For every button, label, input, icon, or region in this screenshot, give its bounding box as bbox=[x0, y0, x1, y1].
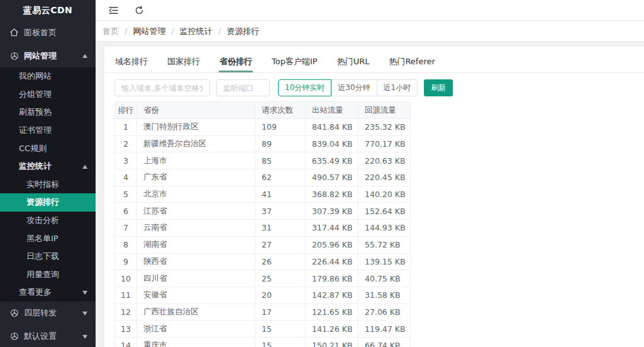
sidebar-item-分组管理[interactable]: 分组管理 bbox=[0, 86, 96, 104]
requests-cell: 15 bbox=[255, 321, 306, 338]
egress-cell: 368.82 KB bbox=[306, 186, 358, 203]
egress-cell: 179.86 KB bbox=[306, 270, 358, 287]
time-button-近30分钟[interactable]: 近30分钟 bbox=[331, 79, 377, 96]
breadcrumb-item-监控统计[interactable]: 监控统计 bbox=[180, 26, 213, 37]
rank-cell: 11 bbox=[115, 287, 137, 304]
table-row: 13浙江省15141.26 KB119.47 KB bbox=[115, 321, 411, 338]
collapse-menu-icon[interactable] bbox=[108, 5, 119, 16]
origin-cell: 27.06 KB bbox=[358, 304, 411, 321]
table-row: 2新疆维吾尔自治区89839.04 KB770.17 KB bbox=[115, 135, 411, 152]
egress-cell: 490.57 KB bbox=[306, 169, 358, 186]
sidebar-item-监控统计[interactable]: 监控统计▲ bbox=[0, 157, 96, 176]
time-range-group: 10分钟实时近30分钟近1小时 bbox=[278, 79, 418, 96]
rank-cell: 4 bbox=[115, 169, 137, 186]
sidebar-item-实时指标[interactable]: 实时指标 bbox=[0, 176, 96, 194]
table-row: 6江苏省37307.39 KB152.64 KB bbox=[115, 203, 411, 220]
egress-cell: 142.87 KB bbox=[306, 287, 358, 304]
sidebar-item-label: 网站管理 bbox=[24, 50, 57, 62]
chevron-down-icon: ▼ bbox=[82, 334, 87, 339]
sidebar-item-证书管理[interactable]: 证书管理 bbox=[0, 122, 96, 140]
table-row: 1澳门特别行政区109841.84 KB235.32 KB bbox=[115, 119, 411, 136]
time-button-近1小时[interactable]: 近1小时 bbox=[377, 79, 418, 96]
province-cell: 重庆市 bbox=[137, 337, 255, 347]
content-card: 域名排行国家排行省份排行Top客户端IP热门URL热门Referer 10分钟实… bbox=[104, 47, 644, 347]
egress-cell: 841.84 KB bbox=[306, 119, 358, 136]
egress-cell: 141.26 KB bbox=[306, 321, 358, 338]
sidebar-item-攻击分析[interactable]: 攻击分析 bbox=[0, 212, 96, 230]
tab-热门URL[interactable]: 热门URL bbox=[336, 55, 370, 72]
tab-国家排行[interactable]: 国家排行 bbox=[167, 55, 201, 72]
sidebar-item-用量查询[interactable]: 用量查询 bbox=[0, 266, 96, 284]
app-title: 蓝易云CDN bbox=[0, 0, 96, 21]
origin-cell: 140.20 KB bbox=[358, 186, 411, 203]
table-header: 排行省份请求次数出站流量回源流量 bbox=[115, 102, 411, 119]
refresh-button[interactable]: 刷新 bbox=[424, 79, 453, 96]
chevron-up-icon: ▲ bbox=[82, 164, 87, 169]
rank-cell: 6 bbox=[115, 203, 137, 220]
province-cell: 江苏省 bbox=[137, 203, 255, 220]
province-cell: 北京市 bbox=[137, 186, 255, 203]
cube-icon bbox=[9, 309, 19, 318]
sidebar-item-四层转发[interactable]: 四层转发▼ bbox=[0, 302, 96, 325]
port-input[interactable] bbox=[216, 79, 270, 96]
rank-cell: 12 bbox=[115, 304, 137, 321]
sidebar-item-黑名单IP[interactable]: 黑名单IP bbox=[0, 229, 96, 247]
table-row: 14重庆市15150.21 KB66.74 KB bbox=[115, 337, 411, 347]
breadcrumb-item-网站管理[interactable]: 网站管理 bbox=[133, 26, 165, 37]
sidebar-item-label: 攻击分析 bbox=[26, 215, 59, 226]
sidebar-item-label: 黑名单IP bbox=[26, 233, 58, 244]
sidebar-item-label: 分组管理 bbox=[19, 89, 52, 100]
home-icon bbox=[9, 28, 19, 37]
column-header-请求次数: 请求次数 bbox=[255, 102, 306, 119]
egress-cell: 839.04 KB bbox=[306, 135, 358, 152]
origin-cell: 55.72 KB bbox=[358, 236, 411, 253]
sidebar-item-label: 我的网站 bbox=[19, 71, 52, 82]
tab-域名排行[interactable]: 域名排行 bbox=[114, 55, 148, 72]
sidebar-item-面板首页[interactable]: 面板首页 bbox=[0, 21, 96, 44]
sidebar-item-查看更多[interactable]: 查看更多▼ bbox=[0, 283, 96, 302]
sidebar-item-资源排行[interactable]: 资源排行 bbox=[0, 193, 96, 212]
egress-cell: 205.96 KB bbox=[306, 236, 358, 253]
table-row: 5北京市41368.82 KB140.20 KB bbox=[115, 186, 411, 203]
rank-cell: 9 bbox=[115, 253, 137, 270]
tab-省份排行[interactable]: 省份排行 bbox=[219, 55, 253, 72]
table-row: 8湖南省27205.96 KB55.72 KB bbox=[115, 236, 411, 253]
sidebar-item-label: 面板首页 bbox=[24, 27, 57, 38]
sidebar-item-label: CC规则 bbox=[19, 143, 47, 154]
chevron-down-icon: ▼ bbox=[82, 310, 87, 316]
egress-cell: 226.44 KB bbox=[306, 253, 358, 270]
domain-input[interactable] bbox=[114, 79, 210, 96]
origin-cell: 220.45 KB bbox=[358, 169, 411, 186]
sidebar-menu: 面板首页网站管理▲我的网站分组管理刷新预热证书管理CC规则监控统计▲实时指标资源… bbox=[0, 21, 96, 347]
sidebar-item-网站管理[interactable]: 网站管理▲ bbox=[0, 44, 96, 67]
sidebar-item-label: 监控统计 bbox=[19, 161, 52, 172]
origin-cell: 235.32 KB bbox=[358, 119, 411, 136]
tabs: 域名排行国家排行省份排行Top客户端IP热门URL热门Referer bbox=[114, 55, 634, 72]
province-cell: 新疆维吾尔自治区 bbox=[137, 135, 255, 152]
table-row: 3上海市85635.49 KB220.63 KB bbox=[115, 152, 411, 169]
province-cell: 安徽省 bbox=[137, 287, 255, 304]
tab-Top客户端IP[interactable]: Top客户端IP bbox=[271, 55, 318, 72]
sidebar-item-CC规则[interactable]: CC规则 bbox=[0, 139, 96, 157]
filter-row: 10分钟实时近30分钟近1小时 刷新 bbox=[114, 79, 634, 96]
sidebar-item-我的网站[interactable]: 我的网站 bbox=[0, 67, 96, 86]
sidebar-item-label: 查看更多 bbox=[19, 287, 52, 298]
column-header-排行: 排行 bbox=[115, 102, 137, 119]
sidebar-item-日志下载[interactable]: 日志下载 bbox=[0, 247, 96, 266]
tabs-bar: 域名排行国家排行省份排行Top客户端IP热门URL热门Referer bbox=[104, 55, 644, 73]
time-button-10分钟实时[interactable]: 10分钟实时 bbox=[278, 79, 331, 96]
sidebar-item-默认设置[interactable]: 默认设置▼ bbox=[0, 325, 96, 347]
chevron-up-icon: ▲ bbox=[82, 53, 87, 59]
column-header-省份: 省份 bbox=[137, 102, 255, 119]
requests-cell: 15 bbox=[255, 337, 306, 347]
origin-cell: 152.64 KB bbox=[358, 203, 411, 220]
tab-热门Referer[interactable]: 热门Referer bbox=[388, 55, 435, 72]
refresh-icon[interactable] bbox=[134, 5, 145, 16]
rank-cell: 1 bbox=[115, 119, 137, 136]
sidebar-item-label: 日志下载 bbox=[26, 251, 59, 262]
sidebar-item-刷新预热[interactable]: 刷新预热 bbox=[0, 103, 96, 122]
province-cell: 澳门特别行政区 bbox=[137, 119, 255, 136]
breadcrumb-item-资源排行[interactable]: 资源排行 bbox=[226, 26, 259, 37]
breadcrumb-item-首页[interactable]: 首页 bbox=[103, 26, 119, 37]
table-row: 4广东省62490.57 KB220.45 KB bbox=[115, 169, 411, 186]
